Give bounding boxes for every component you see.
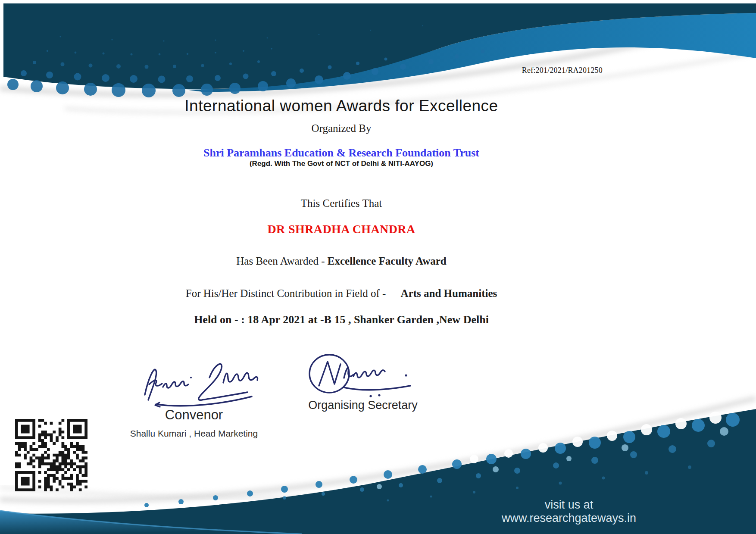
reference-number: Ref:201/2021/RA201250 — [522, 66, 603, 75]
field-prefix: For His/Her Distinct Contribution in Fie… — [186, 287, 386, 299]
certifies-label: This Certifies That — [0, 197, 683, 209]
event-details: Held on - : 18 Apr 2021 at -B 15 , Shank… — [0, 313, 683, 326]
organising-secretary-title: Organising Secretary — [298, 399, 428, 412]
convenor-signature — [139, 359, 272, 410]
website-note: visit us at www.researchgateways.in — [491, 498, 647, 525]
field-line: For His/Her Distinct Contribution in Fie… — [0, 287, 683, 300]
convenor-name: Shallu Kumari , Head Marketing — [121, 428, 267, 439]
organization-name: Shri Paramhans Education & Research Foun… — [0, 147, 683, 159]
recipient-name: DR SHRADHA CHANDRA — [0, 222, 683, 236]
award-line: Has Been Awarded - Excellence Faculty Aw… — [0, 255, 683, 267]
convenor-title: Convenor — [121, 407, 267, 423]
award-name: Excellence Faculty Award — [328, 255, 447, 267]
award-prefix: Has Been Awarded - — [236, 255, 325, 267]
certificate-title: International women Awards for Excellenc… — [0, 97, 683, 115]
registration-note: (Regd. With The Govt of NCT of Delhi & N… — [0, 159, 683, 168]
organising-secretary-block: Organising Secretary — [298, 399, 428, 412]
convenor-block: Convenor Shallu Kumari , Head Marketing — [121, 407, 267, 439]
halftone-dots-top — [7, 25, 485, 97]
organising-secretary-signature — [305, 351, 417, 401]
organized-by-label: Organized By — [0, 122, 683, 134]
certificate-page: Ref:201/2021/RA201250 International wome… — [0, 0, 756, 534]
qr-code-icon — [15, 419, 87, 491]
field-name: Arts and Humanities — [401, 287, 497, 300]
